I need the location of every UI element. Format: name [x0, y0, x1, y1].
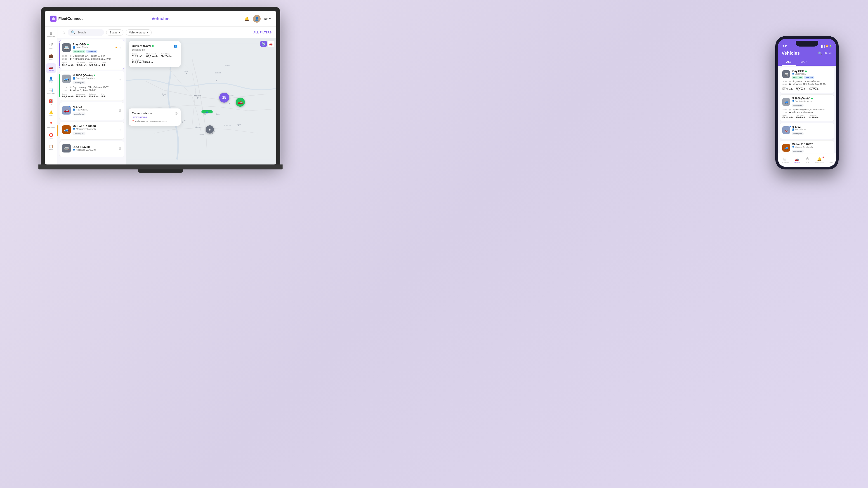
share-icon[interactable]: 👥	[174, 44, 178, 48]
vehicle-card-v3[interactable]: P 🚗 N 3702 👤	[59, 102, 124, 120]
phone-vehicle-card-2[interactable]: 🚙 N 3806 (Venta) 👤 Santiago Barnabeu	[780, 94, 834, 121]
travel-distance-stat: Travel distance 120,3 km / 540 km	[132, 59, 178, 64]
vehicle-name-v1: Play OBD	[72, 43, 113, 46]
phone-vehicle-driver-1: 👤 Louis Costa	[792, 73, 814, 75]
sidebar-item-addresses[interactable]: 📍 addresses	[46, 120, 56, 130]
reports-icon: 📋	[49, 144, 53, 149]
svg-marker-0	[52, 17, 55, 20]
filter-bar: ☆ 🔍 Status ▾ Vehicle group	[57, 27, 276, 38]
search-input[interactable]	[77, 31, 101, 34]
vehicle-thumb-v5: 🚐	[62, 144, 71, 153]
map-container[interactable]: Warszawa Płock Białystok Brześć Łódź Rad…	[126, 38, 276, 164]
vehicle-toggle-button[interactable]: 🚗	[268, 41, 274, 47]
svg-point-2	[197, 97, 198, 98]
fuel-stat-v1: Fuel 20 l	[102, 62, 106, 66]
signal-icon: ▐▐▐	[820, 45, 825, 47]
route-dot-from-v2	[70, 87, 71, 88]
laptop-stand	[138, 169, 183, 173]
location-icon-v2[interactable]: ◎	[119, 77, 121, 80]
vehicles-icon: 🚗	[49, 65, 53, 69]
status-filter-label: Status	[110, 31, 117, 34]
phone-tab-map[interactable]: MAP	[796, 59, 811, 66]
phone-nav-eta[interactable]: ⏱ ETA	[806, 157, 809, 163]
vehicle-card-header-v4: 🚙 Michał Z. 190826 👤 M	[62, 125, 121, 135]
sidebar-item-label: map	[50, 47, 53, 49]
vehicle-card-v2[interactable]: 🚙 N 3806 (Venta) 👤	[59, 71, 124, 101]
distance-stat-v2: Distance 100,5 km	[89, 93, 99, 98]
phone-nav-dashboard[interactable]: ⊞ Dashboard	[781, 157, 789, 163]
phone-vehicle-name-1: Play OBD	[792, 70, 814, 73]
phone-search-icon[interactable]: 🔍	[818, 52, 822, 55]
location-icon[interactable]: ◎	[119, 46, 121, 50]
phone-tag-unassigned-3: Unassigned	[792, 132, 804, 135]
phone-nav-more[interactable]: ··· More	[829, 157, 833, 163]
dashboard-icon: ⊞	[50, 31, 53, 35]
phone-nav-dashboard-label: Dashboard	[781, 162, 789, 163]
sidebar-item-map[interactable]: 🗺 map	[46, 41, 56, 51]
notification-badge	[823, 157, 824, 158]
favorites-button[interactable]: ☆	[62, 30, 66, 35]
sidebar-item-zones[interactable]: ⭕ zones	[46, 131, 56, 141]
search-icon: 🔍	[71, 30, 75, 35]
svg-point-8	[182, 122, 183, 123]
phone-vehicle-route-2: 12:09 Dąbrowskiego 5/4a, Gniezno 59-631 …	[782, 108, 832, 113]
phone-tab-all[interactable]: ALL	[782, 59, 796, 66]
phone-vehicle-name-3: N 3702	[792, 125, 806, 128]
phone-filter-button[interactable]: FILTER	[824, 52, 832, 55]
sidebar-item-vehicles[interactable]: 🚗 vehicles	[46, 63, 56, 73]
logo-text: FleetConnect	[58, 17, 83, 21]
laptop-container: FleetConnect Vehicles 🔔 👤 EN ▾ ⊞ dash	[41, 7, 280, 178]
phone-nav-vehicles[interactable]: 🚗 Vehicles	[794, 157, 800, 163]
sidebar-item-work[interactable]: 💼 work	[46, 52, 56, 62]
sidebar-item-drivers[interactable]: 👤 drivers	[46, 74, 56, 85]
sidebar-item-dashboard[interactable]: ⊞ dashboard	[46, 29, 56, 39]
fuel-stat-v2: Fuel 5,4 l	[101, 93, 106, 98]
phone-route-from-2: 12:09 Dąbrowskiego 5/4a, Gniezno 59-631	[782, 108, 832, 111]
location-pin-icon: 📍	[132, 120, 134, 123]
sidebar-item-label: work	[49, 59, 53, 60]
phone-vehicle-info-2: N 3806 (Venta) 👤 Santiago Barnabeu Unass…	[792, 97, 813, 107]
status-filter-button[interactable]: Status ▾	[106, 29, 123, 36]
sidebar-item-reports[interactable]: 📋 reports	[46, 142, 56, 152]
satellite-toggle-button[interactable]: 📡	[260, 41, 267, 47]
location-icon-v3[interactable]: ◎	[119, 108, 121, 112]
phone-vehicle-card-4[interactable]: 🚙 Michał Z. 190826 👤 Mariusz Sokołowski …	[780, 140, 834, 153]
vehicle-group-filter-button[interactable]: Vehicle group ▾	[126, 29, 152, 36]
phone-vehicle-card-3[interactable]: P 🚗 N 3702 👤 Paul Adams	[780, 123, 834, 139]
vehicle-card-v1[interactable]: 🚐 Play OBD 👤	[59, 40, 124, 69]
vehicle-moving-indicator: 🚙	[202, 110, 213, 113]
avatar[interactable]: 👤	[253, 15, 260, 23]
travel-status-dot	[152, 45, 154, 47]
notification-icon[interactable]: 🔔	[244, 16, 249, 21]
status-dot-v1	[87, 43, 89, 45]
fuel-icon: ⛽	[49, 99, 53, 103]
phone-driver-icon-4: 👤	[792, 146, 794, 148]
phone-vehicle-driver-4: 👤 Mariusz Sokołowski	[792, 146, 813, 148]
star-icon[interactable]: ★	[115, 46, 118, 50]
sidebar-item-alarms[interactable]: 🔔 alarms	[46, 108, 56, 119]
vehicle-stats-v1: Speed 31,2 km/h Max. speed 86,5 km/h	[62, 62, 121, 66]
phone-vehicle-info-1: Play OBD 👤 Louis Costa Electricians Tota…	[792, 70, 814, 78]
phone-notch	[796, 41, 818, 46]
all-filters-button[interactable]: ALL FILTERS	[253, 31, 272, 34]
vehicle-card-v4[interactable]: 🚙 Michał Z. 190826 👤 M	[59, 122, 124, 140]
status-filter-chevron-icon: ▾	[119, 31, 120, 34]
sidebar-item-fuel[interactable]: ⛽ fuel	[46, 97, 56, 107]
location-icon-v4[interactable]: ◎	[119, 128, 121, 131]
vehicle-info-v5: Uldo 194730 👤 Kierowca WD002IM	[72, 145, 117, 151]
drivers-icon: 👤	[49, 76, 53, 80]
sidebar-item-label: alarms	[49, 115, 53, 117]
location-icon-v5[interactable]: ◎	[119, 147, 121, 150]
svg-text:Hrodna: Hrodna	[225, 65, 230, 66]
phone-vehicle-card-1[interactable]: 🚐 Play OBD 👤 Louis Costa Elec	[780, 67, 834, 93]
status-card-close-icon[interactable]: ◎	[175, 111, 178, 115]
language-selector[interactable]: EN ▾	[264, 17, 271, 20]
sidebar-item-driving-style[interactable]: 📊 driving style	[46, 86, 56, 96]
phone-nav-more-label: More	[829, 162, 833, 163]
route-from-v1: 10:39 Głogowska 124, Poznań 61-847	[62, 55, 121, 57]
phone-nav-notifications[interactable]: 🔔 Notifications	[815, 157, 824, 163]
route-from-v2: 12:09 Dąbrowskiego 5/4a, Gniezno 59-631	[62, 86, 121, 89]
travel-maxspeed-stat: Max. speed 86,5 km/h	[146, 53, 158, 58]
vehicle-card-v5[interactable]: 🚐 Uldo 194730 👤 Kierowca WD002IM	[59, 141, 124, 157]
card-actions-v1: ★ ◎	[115, 46, 121, 50]
